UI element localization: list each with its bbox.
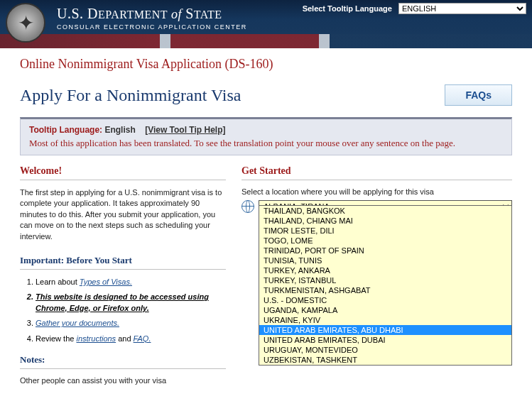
- welcome-text: The first step in applying for a U.S. no…: [20, 187, 226, 242]
- location-option[interactable]: TIMOR LESTE, DILI: [259, 226, 511, 236]
- instructions-link[interactable]: instructions: [76, 334, 116, 343]
- before-steps-list: Learn about Types of Visas. This website…: [36, 277, 226, 344]
- welcome-heading: Welcome!: [20, 165, 226, 180]
- tooltip-language-label: Select Tooltip Language: [303, 4, 392, 13]
- step-2: This website is designed to be accessed …: [36, 292, 226, 314]
- notes-heading: Notes:: [20, 354, 226, 369]
- tooltip-lang-label: Tooltip Language:: [29, 125, 102, 135]
- location-select-label: Select a location where you will be appl…: [241, 187, 512, 196]
- location-option[interactable]: UKRAINE, KYIV: [259, 315, 511, 325]
- tooltip-info-bar: Tooltip Language: English [View Tool Tip…: [20, 117, 512, 155]
- notes-text: Other people can assist you with your vi…: [20, 376, 226, 385]
- faq-link[interactable]: FAQ.: [134, 334, 151, 343]
- step-4-mid: and: [116, 334, 133, 343]
- before-you-start-heading: Important: Before You Start: [20, 255, 226, 270]
- globe-icon: [241, 200, 254, 213]
- dept-tate: TATE: [194, 9, 222, 21]
- step-1: Learn about Types of Visas.: [36, 277, 226, 287]
- dept-ept: EPARTMENT: [98, 9, 168, 21]
- view-tooltip-help-link[interactable]: [View Tool Tip Help]: [145, 125, 225, 135]
- tooltip-language-select[interactable]: ENGLISH: [398, 3, 526, 14]
- location-option[interactable]: URUGUAY, MONTEVIDEO: [259, 345, 511, 355]
- gather-documents-link[interactable]: Gather your documents.: [36, 319, 119, 327]
- right-column: Get Started Select a location where you …: [241, 165, 512, 385]
- department-title: U.S. DEPARTMENT of STATE CONSULAR ELECTR…: [57, 6, 247, 31]
- location-option[interactable]: TURKMENISTAN, ASHGABAT: [259, 285, 511, 295]
- location-option[interactable]: UNITED ARAB EMIRATES, ABU DHABI: [259, 325, 511, 335]
- step-1-text: Learn about: [36, 278, 80, 286]
- location-option[interactable]: U.S. - DOMESTIC: [259, 295, 511, 305]
- types-of-visas-link[interactable]: Types of Visas.: [80, 278, 132, 286]
- location-option[interactable]: THAILAND, CHIANG MAI: [259, 216, 511, 226]
- tooltip-language-selector: Select Tooltip Language ENGLISH: [303, 3, 526, 14]
- translation-note: Most of this application has been transl…: [29, 138, 503, 149]
- left-column: Welcome! The first step in applying for …: [20, 165, 226, 385]
- faqs-button[interactable]: FAQs: [445, 84, 512, 106]
- us-seal-icon: ✦: [6, 3, 45, 43]
- location-option[interactable]: TUNISIA, TUNIS: [259, 256, 511, 265]
- tooltip-lang-value: English: [104, 125, 135, 135]
- dept-d: D: [87, 6, 98, 21]
- location-option[interactable]: TOGO, LOME: [259, 236, 511, 246]
- location-option[interactable]: THAILAND, BANGKOK: [259, 206, 511, 216]
- get-started-heading: Get Started: [241, 165, 512, 180]
- application-title: Online Nonimmigrant Visa Application (DS…: [20, 57, 512, 72]
- two-column-layout: Welcome! The first step in applying for …: [20, 165, 512, 385]
- site-header: ✦ U.S. DEPARTMENT of STATE CONSULAR ELEC…: [0, 0, 532, 48]
- location-option[interactable]: UGANDA, KAMPALA: [259, 305, 511, 315]
- dept-us: U.S.: [57, 6, 87, 21]
- step-4-pre: Review the: [36, 334, 76, 343]
- dept-subtitle: CONSULAR ELECTRONIC APPLICATION CENTER: [57, 23, 247, 31]
- page-header-row: Apply For a Nonimmigrant Visa FAQs: [20, 84, 512, 106]
- location-option[interactable]: UNITED ARAB EMIRATES, DUBAI: [259, 335, 511, 345]
- page-title: Apply For a Nonimmigrant Visa: [20, 86, 241, 105]
- location-dropdown-list[interactable]: THAILAND, BANGKOKTHAILAND, CHIANG MAITIM…: [259, 205, 512, 366]
- step-4: Review the instructions and FAQ.: [36, 334, 226, 344]
- step-2-text: This website is designed to be accessed …: [36, 292, 209, 312]
- location-option[interactable]: TURKEY, ISTANBUL: [259, 275, 511, 285]
- dept-of: of: [168, 7, 185, 21]
- location-option[interactable]: TRINIDAD, PORT OF SPAIN: [259, 246, 511, 256]
- dept-s: S: [185, 6, 194, 21]
- location-option[interactable]: TURKEY, ANKARA: [259, 265, 511, 275]
- step-3: Gather your documents.: [36, 318, 226, 329]
- location-option[interactable]: UZBEKISTAN, TASHKENT: [259, 355, 511, 365]
- main-content: Online Nonimmigrant Visa Application (DS…: [0, 48, 532, 385]
